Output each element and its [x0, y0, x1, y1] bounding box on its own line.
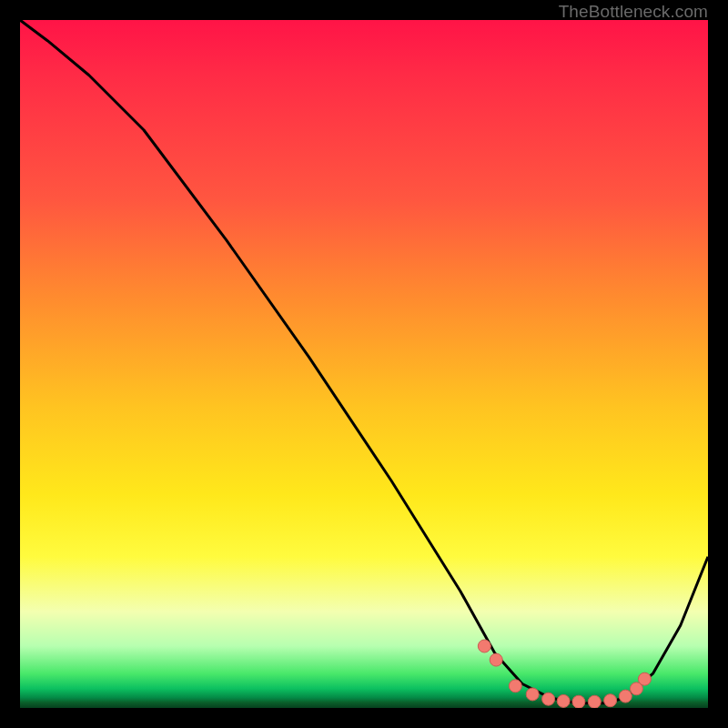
trough-marker-dot [490, 653, 502, 666]
bottleneck-curve-line [20, 20, 708, 703]
trough-marker-dot [604, 694, 617, 707]
chart-figure: TheBottleneck.com [0, 0, 728, 728]
attribution-text: TheBottleneck.com [559, 2, 708, 22]
trough-marker-dot [638, 672, 651, 685]
trough-marker-dot [557, 694, 570, 707]
trough-marker-dot [526, 688, 539, 701]
trough-marker-dot [478, 640, 490, 652]
curve-overlay-svg [20, 20, 708, 708]
trough-marker-dot [588, 695, 601, 708]
plot-area [20, 20, 708, 708]
trough-marker-dot [572, 695, 585, 708]
trough-marker-group [478, 640, 651, 708]
trough-marker-dot [619, 690, 632, 703]
trough-marker-dot [542, 693, 555, 705]
trough-marker-dot [509, 680, 521, 693]
